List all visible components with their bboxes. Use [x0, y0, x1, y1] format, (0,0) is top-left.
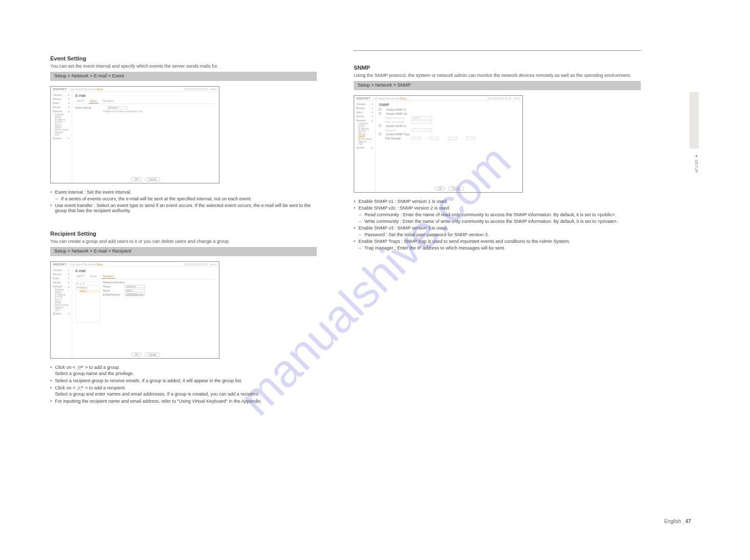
tab-smtp[interactable]: SMTP [75, 99, 86, 103]
tab-recipient[interactable]: Recipient [102, 274, 115, 279]
sidebar-item-event[interactable]: Event▾ [355, 110, 374, 114]
tab-event[interactable]: Event [89, 99, 98, 103]
bullet-select-group: •Select a recipient group to receive ema… [50, 378, 317, 383]
sidebar-item-event[interactable]: Event▾ [52, 276, 71, 280]
sidebar-item-system[interactable]: System▾ [52, 136, 71, 140]
ok-button[interactable]: OK [131, 352, 142, 357]
row-traps: Enable SNMP Traps [379, 133, 519, 136]
bullet-add-recipient: • Click on < > to add a recipient. Selec… [50, 385, 317, 397]
sidebar: Camera▾ Record▾ Event▾ Device▾ Network▴ … [354, 101, 376, 192]
input-writecomm[interactable] [412, 120, 432, 123]
row-readcomm: Read Communitypublic [385, 116, 519, 119]
select-group[interactable]: Group 1 ▾ [125, 285, 145, 288]
section-snmp: SNMP Using the SNMP protocol, the system… [354, 65, 641, 252]
checkbox-traps[interactable] [379, 133, 381, 135]
input-trapmgr4[interactable] [466, 137, 475, 140]
sidebar-item-camera[interactable]: Camera▾ [355, 102, 374, 106]
sidebar: Camera▾ Record▾ Event▾ Device▾ Network▴ … [51, 267, 72, 358]
sidebar-item-record[interactable]: Record▾ [52, 272, 71, 276]
add-group-icon[interactable]: ⊕ [76, 282, 78, 285]
side-tab-bar [690, 92, 699, 149]
footer-buttons: OK Cancel [131, 177, 160, 181]
input-password[interactable] [412, 129, 432, 132]
logo: WISENET [53, 88, 67, 91]
sidebar-item-system[interactable]: System▾ [52, 312, 71, 316]
sidebar-item-record[interactable]: Record▾ [355, 106, 374, 110]
screenshot-email-event: WISENET Live Search Bookmark Setup 2021-… [50, 86, 219, 183]
header-right: 2021-09-09 00:00:00 admin [184, 88, 217, 91]
nav-setup[interactable]: Setup [96, 88, 103, 91]
bullet-traps: •Enable SNMP Traps : SNMP trap is used t… [354, 239, 641, 244]
sidebar-item-network[interactable]: Network▴ [355, 118, 374, 122]
desc-recipient: You can create a group and add users to … [50, 239, 317, 244]
bullet-event-interval: •Event interval : Set the event interval… [50, 190, 317, 195]
input-trapmgr2[interactable] [430, 137, 439, 140]
add-user-icon[interactable]: ⊕ [79, 282, 82, 285]
nav-setup[interactable]: Setup [400, 97, 407, 100]
screenshot-snmp: WISENET Live Search Bookmark Setup 2021-… [354, 95, 523, 193]
input-readcomm[interactable]: public [412, 116, 432, 119]
checkbox-snmpv2c[interactable] [379, 112, 381, 115]
nav-bookmark[interactable]: Bookmark [84, 263, 96, 266]
input-trapmgr3[interactable] [448, 137, 457, 140]
sidebar-item-network[interactable]: Network▴ [52, 284, 71, 288]
user-label[interactable]: admin [513, 97, 520, 100]
tab-recipient[interactable]: Recipient [102, 99, 115, 103]
input-trapmgr[interactable] [412, 137, 421, 140]
sidebar-item-event[interactable]: Event▾ [52, 101, 71, 105]
row-event-interval: Event interval 10 min ▾ [75, 106, 216, 109]
label-email: E-Mail Address [103, 293, 120, 296]
bullet-trapmgr: –Trap manager : Enter the IP address to … [359, 245, 641, 251]
sidebar-item-system[interactable]: System▾ [355, 146, 374, 150]
path-bar-event: Setup > Network > E-mail > Event [50, 72, 317, 81]
row-snmpv2c: Enable SNMP v2c [379, 112, 519, 115]
checkbox-snmpv1[interactable] [379, 108, 381, 111]
input-name[interactable]: User 1 [125, 289, 145, 292]
cancel-button[interactable]: Cancel [145, 177, 160, 181]
delete-icon[interactable]: 🗑 [83, 282, 85, 285]
input-email[interactable]: 12345@wra.com [125, 293, 145, 296]
desc-event: You can set the event interval and speci… [50, 64, 317, 69]
sidebar-item-record[interactable]: Record▾ [52, 97, 71, 101]
user-label[interactable]: admin [210, 88, 217, 91]
screenshot-email-recipient: WISENET Live Search Bookmark Setup 2021-… [50, 261, 219, 359]
checkbox-snmpv3[interactable] [379, 125, 381, 127]
footer-buttons: OK Cancel [435, 186, 464, 191]
app-header: WISENET Live Search Bookmark Setup 2021-… [354, 96, 522, 101]
nav-live[interactable]: Live [70, 263, 74, 266]
tab-smtp[interactable]: SMTP [75, 274, 86, 279]
sidebar-item-device[interactable]: Device▾ [355, 114, 374, 118]
nav-setup[interactable]: Setup [96, 263, 103, 266]
group-row[interactable]: ▾ Group 1 [76, 286, 99, 289]
tab-event[interactable]: Event [89, 274, 98, 279]
page-title: SNMP [379, 103, 519, 107]
app-header: WISENET Live Search Bookmark Setup 2021-… [51, 87, 219, 92]
label-event-interval: Event interval [75, 106, 103, 109]
nav-bookmark[interactable]: Bookmark [84, 88, 96, 91]
nav-search[interactable]: Search [75, 88, 84, 91]
nav-bookmark[interactable]: Bookmark [388, 97, 399, 100]
header-right: 2021-09-09 00:00:00 admin [184, 263, 217, 266]
sidebar-item-network[interactable]: Network▴ [52, 109, 71, 113]
sidebar-item-camera[interactable]: Camera▾ [52, 268, 71, 272]
sidebar-item-camera[interactable]: Camera▾ [52, 93, 71, 97]
cancel-button[interactable]: Cancel [449, 186, 464, 191]
svg-point-0 [78, 366, 80, 368]
bullet-password: –Password : Set the initial user passwor… [359, 232, 641, 237]
nav-live[interactable]: Live [373, 97, 378, 100]
nav-live[interactable]: Live [70, 88, 74, 91]
sidebar: Camera▾ Record▾ Event▾ Device▾ Network▴ … [51, 92, 72, 183]
row-trapmgr: Trap Manager . . . [385, 137, 519, 140]
select-event-interval[interactable]: 10 min ▾ [107, 106, 128, 109]
ok-button[interactable]: OK [131, 177, 142, 181]
add-group-icon [76, 365, 84, 371]
user-label[interactable]: admin [210, 263, 217, 266]
ok-button[interactable]: OK [435, 186, 445, 191]
sidebar-item-device[interactable]: Device▾ [52, 105, 71, 109]
cancel-button[interactable]: Cancel [145, 352, 160, 357]
tabs: SMTP Event Recipient [75, 274, 216, 279]
user-row[interactable]: User 1 [79, 289, 99, 293]
sidebar-item-device[interactable]: Device▾ [52, 280, 71, 284]
nav-search[interactable]: Search [379, 97, 387, 100]
nav-search[interactable]: Search [75, 263, 84, 266]
